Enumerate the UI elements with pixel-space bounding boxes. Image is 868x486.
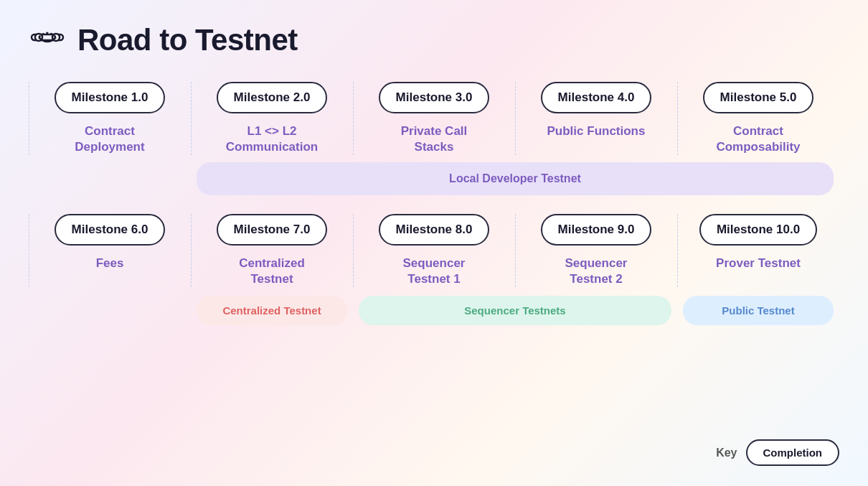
milestone-label-9: SequencerTestnet 2 <box>565 256 628 287</box>
milestone-label-4: Public Functions <box>547 123 646 155</box>
page-title: Road to Testnet <box>77 23 298 57</box>
milestone-col-9: Milestone 9.0 SequencerTestnet 2 <box>515 214 677 287</box>
milestone-badge-5: Milestone 5.0 <box>703 82 814 113</box>
milestone-badge-4: Milestone 4.0 <box>541 82 652 113</box>
centralized-testnet-sub-banner: Centralized Testnet <box>197 296 347 325</box>
milestone-label-7: CentralizedTestnet <box>239 256 305 287</box>
milestone-col-5: Milestone 5.0 ContractComposability <box>677 82 839 155</box>
page: Road to Testnet Milestone 1.0 ContractDe… <box>0 0 868 486</box>
milestone-badge-1: Milestone 1.0 <box>55 82 166 113</box>
local-developer-testnet-banner: Local Developer Testnet <box>197 162 834 195</box>
centralized-testnet-cell: Centralized Testnet <box>191 296 353 325</box>
header: Road to Testnet <box>29 22 839 59</box>
sequencer-testnets-sub-banner: Sequencer Testnets <box>359 296 671 325</box>
milestone-col-8: Milestone 8.0 SequencerTestnet 1 <box>353 214 515 287</box>
completion-badge: Completion <box>746 439 840 466</box>
milestone-label-10: Prover Testnet <box>716 256 801 287</box>
public-testnet-cell: Public Testnet <box>677 296 839 325</box>
sequencer-testnets-cell: Sequencer Testnets <box>353 296 677 325</box>
milestone-label-8: SequencerTestnet 1 <box>403 256 466 287</box>
milestone-col-2: Milestone 2.0 L1 <> L2Communication <box>191 82 353 155</box>
milestone-badge-3: Milestone 3.0 <box>379 82 490 113</box>
key-label: Key <box>716 447 737 459</box>
milestone-label-2: L1 <> L2Communication <box>226 123 318 155</box>
milestone-col-4: Milestone 4.0 Public Functions <box>515 82 677 155</box>
milestone-label-5: ContractComposability <box>716 123 800 155</box>
milestone-badge-2: Milestone 2.0 <box>217 82 328 113</box>
milestone-col-6: Milestone 6.0 Fees <box>29 214 191 287</box>
milestone-col-1: Milestone 1.0 ContractDeployment <box>29 82 191 155</box>
milestone-badge-10: Milestone 10.0 <box>699 214 817 246</box>
milestone-col-10: Milestone 10.0 Prover Testnet <box>677 214 839 287</box>
milestone-badge-6: Milestone 6.0 <box>55 214 166 246</box>
milestone-col-3: Milestone 3.0 Private CallStacks <box>353 82 515 155</box>
milestone-badge-9: Milestone 9.0 <box>541 214 652 246</box>
milestone-col-7: Milestone 7.0 CentralizedTestnet <box>191 214 353 287</box>
public-testnet-sub-banner: Public Testnet <box>683 296 834 325</box>
milestone-badge-7: Milestone 7.0 <box>217 214 328 246</box>
milestone-label-1: ContractDeployment <box>75 123 144 155</box>
milestone-label-6: Fees <box>96 256 124 287</box>
key-section: Key Completion <box>716 439 839 466</box>
milestone-badge-8: Milestone 8.0 <box>379 214 490 246</box>
road-to-testnet-icon <box>29 22 66 59</box>
milestone-label-3: Private CallStacks <box>401 123 468 155</box>
